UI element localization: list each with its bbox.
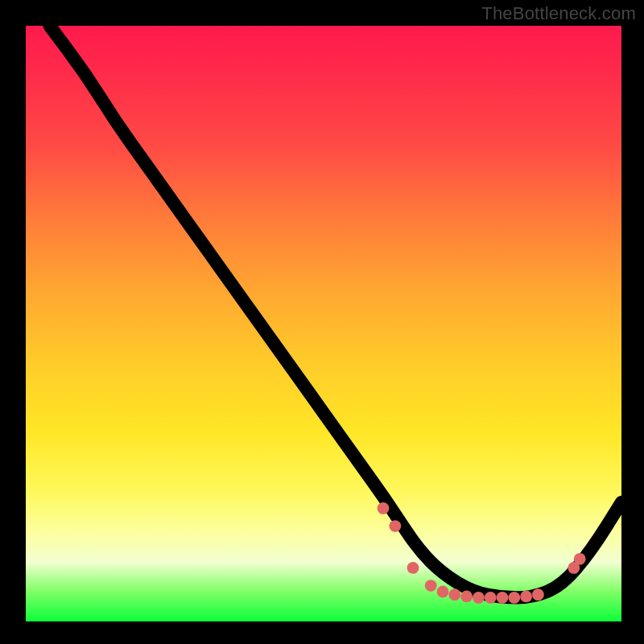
highlight-dot bbox=[425, 580, 437, 592]
highlight-dot bbox=[389, 520, 401, 532]
highlight-dot bbox=[473, 592, 485, 604]
curve-layer bbox=[26, 26, 621, 621]
chart-frame: TheBottleneck.com bbox=[0, 0, 644, 644]
highlight-dot bbox=[437, 586, 449, 598]
highlight-dot bbox=[532, 588, 544, 601]
highlight-dot bbox=[574, 553, 586, 565]
bottleneck-curve bbox=[50, 26, 621, 597]
highlight-dot bbox=[378, 502, 390, 514]
highlight-dot bbox=[448, 588, 460, 601]
highlight-dot bbox=[508, 592, 520, 604]
highlight-dot bbox=[497, 592, 509, 604]
watermark-text: TheBottleneck.com bbox=[481, 3, 636, 24]
highlight-dot bbox=[407, 562, 419, 574]
highlight-dot bbox=[460, 591, 473, 603]
highlight-dot bbox=[485, 592, 497, 604]
highlight-dot bbox=[520, 591, 532, 603]
plot-area bbox=[24, 24, 623, 623]
